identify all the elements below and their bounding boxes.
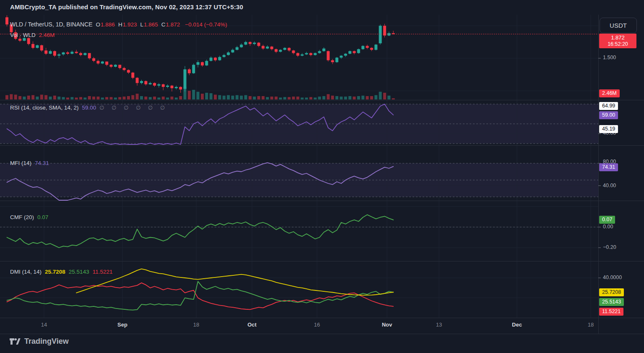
ohlc-high: H1.923	[118, 21, 137, 28]
mfi-title: MFI (14)	[10, 160, 31, 166]
time-axis[interactable]: 14Sep18Oct16Nov13Dec18	[0, 318, 644, 334]
time-axis-label: Oct	[243, 322, 261, 328]
volume-axis-badge: 2.46M	[599, 89, 620, 97]
dmi-di-plus-badge: 25.5143	[599, 298, 624, 306]
dmi-adx-badge: 25.7208	[599, 288, 624, 296]
rsi-legend[interactable]: RSI (14, close, SMA, 14, 2) 59.00 ∅ ∅ ∅ …	[10, 105, 168, 111]
ohlc-close: C1.872	[161, 21, 180, 28]
time-axis-label: 18	[187, 322, 205, 328]
bar-countdown: 16:52:20	[599, 41, 636, 47]
currency-toggle-label: USDT	[610, 22, 627, 29]
cmf-value: 0.07	[37, 214, 48, 220]
time-axis-label: 18	[582, 322, 600, 328]
tradingview-brand-link[interactable]: TradingView	[9, 337, 69, 346]
last-price-value: 1.872	[599, 34, 636, 41]
mfi-axis-label: 40.00	[603, 183, 616, 188]
rsi-value: 59.00	[82, 105, 96, 111]
dmi-axis-label: 40.0000	[603, 275, 622, 280]
cmf-value-badge: 0.07	[599, 216, 615, 224]
time-axis-label: 16	[308, 322, 326, 328]
mfi-value-badge: 74.31	[599, 163, 618, 171]
rsi-value-badge: 59.00	[599, 111, 618, 119]
volume-legend[interactable]: Vol · WLD 2.46M	[10, 32, 55, 38]
cmf-zero-label: 0.00	[603, 224, 613, 230]
dmi-adx-value: 25.7208	[45, 269, 65, 275]
chart-canvas[interactable]	[0, 0, 644, 353]
tradingview-logo-icon	[9, 337, 21, 346]
mfi-value: 74.31	[35, 160, 49, 166]
time-axis-label: Nov	[378, 322, 396, 328]
dmi-title: DMI (14, 14)	[10, 269, 42, 275]
cmf-title: CMF (20)	[10, 214, 34, 220]
rsi-lower-badge: 45.19	[599, 125, 618, 133]
symbol-title: WLD / TetherUS, 1D, BINANCE	[10, 21, 93, 28]
rsi-empty-values: ∅ ∅ ∅ ∅ ∅ ∅	[99, 105, 168, 111]
currency-toggle-button[interactable]: USDT	[600, 18, 637, 33]
symbol-legend[interactable]: WLD / TetherUS, 1D, BINANCE O1.886 H1.92…	[10, 21, 227, 28]
dmi-di-minus-value: 11.5221	[93, 269, 113, 275]
volume-legend-value: 2.46M	[39, 32, 55, 38]
cmf-legend[interactable]: CMF (20) 0.07	[10, 214, 48, 220]
price-change: −0.014 (−0.74%)	[185, 21, 227, 28]
time-axis-label: Dec	[508, 322, 526, 328]
dmi-di-plus-value: 25.5143	[69, 269, 89, 275]
dmi-di-minus-badge: 11.5221	[599, 308, 623, 316]
time-axis-label: Sep	[113, 322, 132, 328]
rsi-upper-badge: 64.99	[599, 102, 618, 110]
dmi-legend[interactable]: DMI (14, 14) 25.7208 25.5143 11.5221	[10, 269, 112, 275]
time-axis-label: 13	[430, 322, 448, 328]
volume-legend-label: Vol · WLD	[10, 32, 36, 38]
last-price-badge: 1.872 16:52:20	[599, 34, 636, 48]
time-axis-label: 14	[35, 322, 53, 328]
tradingview-snapshot: AMBCrypto_TA published on TradingView.co…	[0, 0, 644, 353]
mfi-legend[interactable]: MFI (14) 74.31	[10, 160, 49, 166]
rsi-title: RSI (14, close, SMA, 14, 2)	[10, 105, 79, 111]
ohlc-low: L1.865	[140, 21, 158, 28]
ohlc-open: O1.886	[96, 21, 115, 28]
tradingview-brand-text: TradingView	[24, 337, 69, 346]
cmf-low-label: −0.20	[603, 244, 616, 250]
price-axis-label: 1.500	[603, 55, 616, 60]
